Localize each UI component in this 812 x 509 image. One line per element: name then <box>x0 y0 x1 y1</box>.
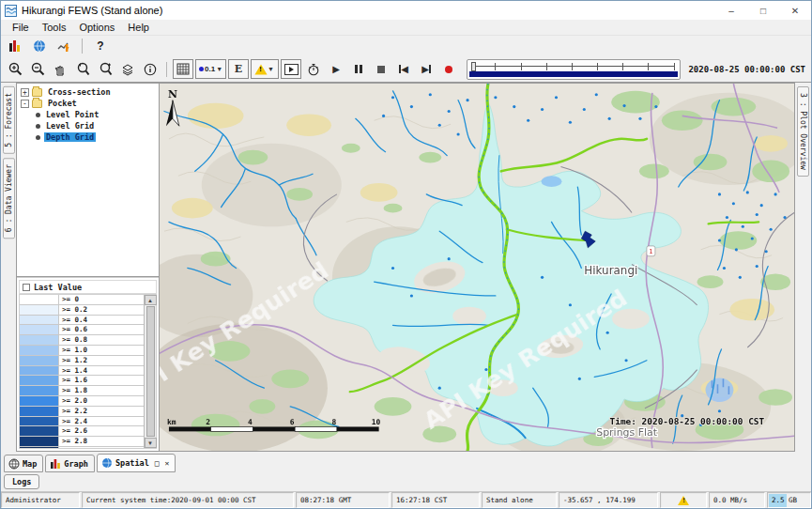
spatial-display-button[interactable] <box>29 37 50 56</box>
checkbox-icon[interactable] <box>23 284 30 291</box>
svg-text:10: 10 <box>372 418 381 426</box>
zoom-previous-button[interactable] <box>72 59 93 79</box>
scroll-down-icon[interactable]: ▼ <box>145 438 157 448</box>
tree-row-cross-section[interactable]: + Cross-section <box>21 86 159 98</box>
tab-forecast[interactable]: 5 : Forecast <box>3 86 15 154</box>
time-slider[interactable] <box>467 59 681 80</box>
tab-data-viewer[interactable]: 6 : Data Viewer <box>3 158 15 239</box>
tab-spatial[interactable]: Spatial □ ✕ <box>97 454 176 472</box>
animation-timer-button[interactable] <box>303 59 324 79</box>
legend-swatch <box>20 407 59 416</box>
minimize-button[interactable]: – <box>715 1 747 20</box>
tree-item-label[interactable]: Pocket <box>46 99 79 108</box>
map-toolbar: 0.1▼ E ▼ ▶ ◀ ▶ 2020-08-25 00:00:00 CST <box>1 56 811 83</box>
layers-button[interactable] <box>117 59 138 79</box>
tab-map[interactable]: Map <box>4 455 43 472</box>
help-button[interactable]: ? <box>90 37 111 56</box>
tab-restore-icon[interactable]: □ <box>155 459 160 468</box>
tree-row-level-point[interactable]: Level Point <box>34 109 159 120</box>
legend-row[interactable]: >= 3.0 <box>20 447 144 448</box>
legend-row[interactable]: >= 0 <box>20 295 144 305</box>
close-button[interactable]: ✕ <box>779 1 811 20</box>
app-window: Hikurangi FEWS (Stand alone) – □ ✕ File … <box>0 0 812 509</box>
tab-close-icon[interactable]: ✕ <box>165 459 170 468</box>
go-to-start-button[interactable]: ◀ <box>393 59 414 79</box>
animation-panel-button[interactable] <box>281 59 301 79</box>
scrollbar-thumb[interactable] <box>146 306 155 437</box>
legend-scrollbar[interactable]: ▲ ▼ <box>144 295 156 448</box>
pan-button[interactable] <box>50 59 70 79</box>
window-title: Hikurangi FEWS (Stand alone) <box>22 5 162 16</box>
tab-graph-label: Graph <box>64 459 88 469</box>
grid-toggle-button[interactable] <box>173 59 193 79</box>
legend-swatch <box>20 376 59 385</box>
collapse-icon[interactable]: - <box>21 100 29 108</box>
menu-help[interactable]: Help <box>121 21 156 34</box>
tree-item-label[interactable]: Level Point <box>44 110 100 119</box>
layers-icon <box>121 63 135 76</box>
folder-icon <box>32 100 42 108</box>
info-button[interactable] <box>140 59 161 79</box>
legend-row[interactable]: >= 1.8 <box>20 386 144 396</box>
tab-plot-overview[interactable]: 3 : Plot Overview <box>797 86 809 177</box>
legend-row[interactable]: >= 2.8 <box>20 437 144 447</box>
menu-tools[interactable]: Tools <box>36 21 73 34</box>
map-view[interactable]: 1 API Key Required API Key Required N km… <box>160 83 795 452</box>
menu-options[interactable]: Options <box>72 21 121 34</box>
legend-row[interactable]: >= 2.4 <box>20 417 144 427</box>
legend-label: >= 0.2 <box>59 305 144 315</box>
go-to-end-button[interactable]: ▶ <box>416 59 437 79</box>
legend-row[interactable]: >= 2.6 <box>20 426 144 437</box>
legend-row[interactable]: >= 1.6 <box>20 376 144 386</box>
labels-toggle-button[interactable]: E <box>228 59 249 79</box>
classbreak-dropdown[interactable]: 0.1▼ <box>195 59 226 79</box>
legend-row[interactable]: >= 0.6 <box>20 325 144 335</box>
menu-file[interactable]: File <box>6 21 36 34</box>
status-memory[interactable]: 2.5 GB <box>767 492 811 508</box>
record-button[interactable] <box>438 59 459 79</box>
zoom-out-button[interactable] <box>27 59 48 79</box>
town-label-springs-flat: Springs Flat <box>596 426 657 439</box>
database-display-button[interactable] <box>5 37 25 56</box>
tree-row-pocket[interactable]: - Pocket <box>21 98 159 109</box>
legend-row[interactable]: >= 1.2 <box>20 356 144 366</box>
node-bullet-icon <box>36 135 40 140</box>
legend-swatch <box>20 437 59 446</box>
legend-row[interactable]: >= 1.4 <box>20 366 144 377</box>
tab-map-label: Map <box>23 459 37 469</box>
thresholds-dropdown[interactable]: ▼ <box>251 59 279 79</box>
tab-graph[interactable]: Graph <box>45 455 95 472</box>
scroll-up-icon[interactable]: ▲ <box>145 295 157 305</box>
legend-row[interactable]: >= 0.8 <box>20 335 144 346</box>
graph-display-button[interactable] <box>54 37 74 56</box>
tree-row-depth-grid[interactable]: Depth Grid <box>34 131 159 143</box>
tab-spatial-label: Spatial <box>115 458 149 468</box>
status-warning-cell[interactable] <box>660 492 707 508</box>
time-slider-handle[interactable] <box>471 62 476 71</box>
legend-row[interactable]: >= 2.2 <box>20 407 144 417</box>
globe-icon <box>33 39 46 53</box>
play-button[interactable]: ▶ <box>326 59 346 79</box>
tree-item-label[interactable]: Level Grid <box>44 121 96 131</box>
logs-button[interactable]: Logs <box>4 474 39 489</box>
warning-icon <box>678 496 689 505</box>
legend-row[interactable]: >= 0.2 <box>20 305 144 316</box>
road-shield: 1 <box>647 246 655 256</box>
time-span-bar <box>469 71 678 77</box>
zoom-next-button[interactable] <box>95 59 115 79</box>
tree-item-label[interactable]: Cross-section <box>46 87 113 97</box>
maximize-button[interactable]: □ <box>747 1 779 20</box>
town-label-hikurangi: Hikurangi <box>584 264 637 277</box>
tree-item-label-selected[interactable]: Depth Grid <box>44 132 96 142</box>
dot-icon <box>199 67 204 71</box>
zoom-in-button[interactable] <box>5 59 25 79</box>
expand-icon[interactable]: + <box>21 88 29 97</box>
legend-row[interactable]: >= 0.4 <box>20 316 144 326</box>
legend-swatch <box>20 316 59 325</box>
pause-button[interactable] <box>348 59 369 79</box>
last-value-option[interactable]: Last Value <box>19 280 157 294</box>
stop-button[interactable] <box>371 59 391 79</box>
legend-row[interactable]: >= 2.0 <box>20 396 144 407</box>
tree-row-level-grid[interactable]: Level Grid <box>34 120 159 131</box>
legend-row[interactable]: >= 1.0 <box>20 346 144 356</box>
